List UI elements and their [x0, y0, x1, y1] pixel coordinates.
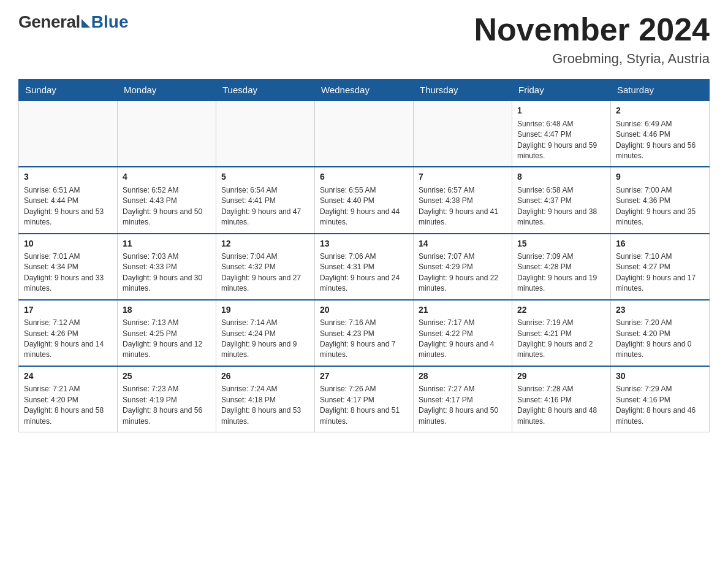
calendar-day-cell: [315, 101, 414, 167]
calendar-week-row: 10Sunrise: 7:01 AM Sunset: 4:34 PM Dayli…: [19, 234, 710, 300]
calendar-day-cell: 21Sunrise: 7:17 AM Sunset: 4:22 PM Dayli…: [414, 300, 512, 366]
calendar-dow-header: Sunday: [19, 80, 118, 101]
day-info: Sunrise: 7:21 AM Sunset: 4:20 PM Dayligh…: [24, 384, 112, 427]
day-number: 16: [616, 238, 704, 250]
day-info: Sunrise: 7:09 AM Sunset: 4:28 PM Dayligh…: [517, 251, 605, 294]
calendar-day-cell: 30Sunrise: 7:29 AM Sunset: 4:16 PM Dayli…: [611, 366, 710, 432]
day-info: Sunrise: 7:06 AM Sunset: 4:31 PM Dayligh…: [320, 251, 408, 294]
day-info: Sunrise: 6:52 AM Sunset: 4:43 PM Dayligh…: [123, 185, 211, 228]
day-number: 9: [616, 171, 704, 183]
calendar-table: SundayMondayTuesdayWednesdayThursdayFrid…: [18, 79, 710, 432]
day-info: Sunrise: 6:54 AM Sunset: 4:41 PM Dayligh…: [221, 185, 309, 228]
day-number: 4: [123, 171, 211, 183]
day-number: 14: [419, 238, 507, 250]
day-number: 11: [123, 238, 211, 250]
calendar-week-row: 24Sunrise: 7:21 AM Sunset: 4:20 PM Dayli…: [19, 366, 710, 432]
day-info: Sunrise: 7:14 AM Sunset: 4:24 PM Dayligh…: [221, 318, 309, 361]
day-number: 21: [419, 304, 507, 316]
day-info: Sunrise: 7:03 AM Sunset: 4:33 PM Dayligh…: [123, 251, 211, 294]
day-info: Sunrise: 7:04 AM Sunset: 4:32 PM Dayligh…: [221, 251, 309, 294]
logo: General Blue: [18, 12, 128, 32]
calendar-day-cell: [19, 101, 118, 167]
day-number: 30: [616, 370, 704, 383]
calendar-day-cell: 20Sunrise: 7:16 AM Sunset: 4:23 PM Dayli…: [315, 300, 414, 366]
day-info: Sunrise: 7:28 AM Sunset: 4:16 PM Dayligh…: [517, 384, 605, 427]
calendar-dow-header: Monday: [118, 80, 216, 101]
day-info: Sunrise: 7:19 AM Sunset: 4:21 PM Dayligh…: [517, 318, 605, 361]
calendar-header-row: SundayMondayTuesdayWednesdayThursdayFrid…: [19, 80, 710, 101]
day-info: Sunrise: 7:10 AM Sunset: 4:27 PM Dayligh…: [616, 251, 704, 294]
calendar-day-cell: 3Sunrise: 6:51 AM Sunset: 4:44 PM Daylig…: [19, 167, 118, 233]
day-info: Sunrise: 7:27 AM Sunset: 4:17 PM Dayligh…: [419, 384, 507, 427]
day-number: 26: [221, 370, 309, 383]
day-number: 13: [320, 238, 408, 250]
day-info: Sunrise: 7:26 AM Sunset: 4:17 PM Dayligh…: [320, 384, 408, 427]
calendar-week-row: 17Sunrise: 7:12 AM Sunset: 4:26 PM Dayli…: [19, 300, 710, 366]
calendar-day-cell: 6Sunrise: 6:55 AM Sunset: 4:40 PM Daylig…: [315, 167, 414, 233]
calendar-day-cell: 17Sunrise: 7:12 AM Sunset: 4:26 PM Dayli…: [19, 300, 118, 366]
calendar-day-cell: 10Sunrise: 7:01 AM Sunset: 4:34 PM Dayli…: [19, 234, 118, 300]
day-info: Sunrise: 7:17 AM Sunset: 4:22 PM Dayligh…: [419, 318, 507, 361]
page-header: General Blue November 2024 Groebming, St…: [18, 12, 710, 67]
day-number: 18: [123, 304, 211, 316]
calendar-day-cell: 28Sunrise: 7:27 AM Sunset: 4:17 PM Dayli…: [414, 366, 512, 432]
day-info: Sunrise: 7:13 AM Sunset: 4:25 PM Dayligh…: [123, 318, 211, 361]
day-number: 27: [320, 370, 408, 383]
calendar-week-row: 3Sunrise: 6:51 AM Sunset: 4:44 PM Daylig…: [19, 167, 710, 233]
calendar-day-cell: 19Sunrise: 7:14 AM Sunset: 4:24 PM Dayli…: [216, 300, 315, 366]
day-number: 6: [320, 171, 408, 183]
calendar-day-cell: [216, 101, 315, 167]
day-info: Sunrise: 7:07 AM Sunset: 4:29 PM Dayligh…: [419, 251, 507, 294]
calendar-day-cell: 26Sunrise: 7:24 AM Sunset: 4:18 PM Dayli…: [216, 366, 315, 432]
day-info: Sunrise: 6:57 AM Sunset: 4:38 PM Dayligh…: [419, 185, 507, 228]
logo-blue-text: Blue: [91, 12, 129, 32]
calendar-day-cell: 12Sunrise: 7:04 AM Sunset: 4:32 PM Dayli…: [216, 234, 315, 300]
day-number: 12: [221, 238, 309, 250]
month-year-title: November 2024: [474, 12, 710, 47]
day-number: 24: [24, 370, 112, 383]
day-info: Sunrise: 7:24 AM Sunset: 4:18 PM Dayligh…: [221, 384, 309, 427]
day-info: Sunrise: 6:49 AM Sunset: 4:46 PM Dayligh…: [616, 119, 704, 162]
day-number: 15: [517, 238, 605, 250]
calendar-day-cell: [118, 101, 216, 167]
day-number: 10: [24, 238, 112, 250]
calendar-day-cell: 18Sunrise: 7:13 AM Sunset: 4:25 PM Dayli…: [118, 300, 216, 366]
calendar-day-cell: 9Sunrise: 7:00 AM Sunset: 4:36 PM Daylig…: [611, 167, 710, 233]
calendar-week-row: 1Sunrise: 6:48 AM Sunset: 4:47 PM Daylig…: [19, 101, 710, 167]
calendar-dow-header: Saturday: [611, 80, 710, 101]
day-number: 22: [517, 304, 605, 316]
day-info: Sunrise: 7:00 AM Sunset: 4:36 PM Dayligh…: [616, 185, 704, 228]
day-info: Sunrise: 7:29 AM Sunset: 4:16 PM Dayligh…: [616, 384, 704, 427]
day-info: Sunrise: 7:16 AM Sunset: 4:23 PM Dayligh…: [320, 318, 408, 361]
calendar-dow-header: Tuesday: [216, 80, 315, 101]
day-number: 23: [616, 304, 704, 316]
calendar-day-cell: 22Sunrise: 7:19 AM Sunset: 4:21 PM Dayli…: [512, 300, 611, 366]
calendar-day-cell: 25Sunrise: 7:23 AM Sunset: 4:19 PM Dayli…: [118, 366, 216, 432]
calendar-day-cell: 16Sunrise: 7:10 AM Sunset: 4:27 PM Dayli…: [611, 234, 710, 300]
day-number: 1: [517, 105, 605, 117]
day-number: 19: [221, 304, 309, 316]
day-info: Sunrise: 7:12 AM Sunset: 4:26 PM Dayligh…: [24, 318, 112, 361]
day-number: 8: [517, 171, 605, 183]
calendar-day-cell: 2Sunrise: 6:49 AM Sunset: 4:46 PM Daylig…: [611, 101, 710, 167]
day-number: 28: [419, 370, 507, 383]
day-info: Sunrise: 7:01 AM Sunset: 4:34 PM Dayligh…: [24, 251, 112, 294]
day-info: Sunrise: 6:51 AM Sunset: 4:44 PM Dayligh…: [24, 185, 112, 228]
day-number: 3: [24, 171, 112, 183]
calendar-day-cell: 14Sunrise: 7:07 AM Sunset: 4:29 PM Dayli…: [414, 234, 512, 300]
day-info: Sunrise: 6:48 AM Sunset: 4:47 PM Dayligh…: [517, 119, 605, 162]
calendar-dow-header: Thursday: [414, 80, 512, 101]
logo-triangle-icon: [82, 19, 90, 28]
day-info: Sunrise: 6:55 AM Sunset: 4:40 PM Dayligh…: [320, 185, 408, 228]
day-number: 5: [221, 171, 309, 183]
day-info: Sunrise: 7:20 AM Sunset: 4:20 PM Dayligh…: [616, 318, 704, 361]
calendar-day-cell: 29Sunrise: 7:28 AM Sunset: 4:16 PM Dayli…: [512, 366, 611, 432]
day-number: 29: [517, 370, 605, 383]
calendar-day-cell: 8Sunrise: 6:58 AM Sunset: 4:37 PM Daylig…: [512, 167, 611, 233]
calendar-day-cell: 1Sunrise: 6:48 AM Sunset: 4:47 PM Daylig…: [512, 101, 611, 167]
day-number: 7: [419, 171, 507, 183]
location-title: Groebming, Styria, Austria: [474, 51, 710, 67]
day-number: 25: [123, 370, 211, 383]
calendar-day-cell: 5Sunrise: 6:54 AM Sunset: 4:41 PM Daylig…: [216, 167, 315, 233]
title-section: November 2024 Groebming, Styria, Austria: [474, 12, 710, 67]
